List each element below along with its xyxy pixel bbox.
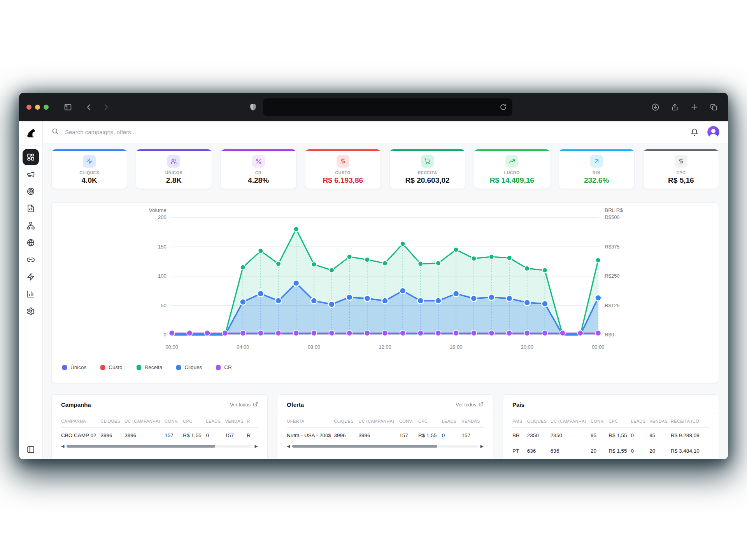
svg-text:08:00: 08:00	[308, 344, 320, 350]
ver-todos-link[interactable]: Ver todos	[230, 402, 258, 408]
svg-text:R$0: R$0	[605, 332, 614, 338]
ver-todos-link[interactable]: Ver todos	[456, 402, 484, 408]
sidebar	[19, 121, 43, 459]
kpi-label: ROI	[593, 170, 600, 175]
bell-icon[interactable]	[690, 128, 699, 136]
sidebar-item-zap[interactable]	[23, 269, 39, 285]
legend-item-receita[interactable]: Receita	[137, 364, 163, 370]
sidebar-item-settings[interactable]	[23, 303, 39, 319]
share-icon[interactable]	[670, 103, 679, 112]
kpi-accent	[474, 149, 549, 151]
legend-label: Cliques	[184, 364, 202, 370]
table-cell: 0	[206, 428, 225, 443]
percent-icon	[252, 155, 265, 168]
shield-icon[interactable]	[249, 103, 258, 112]
performance-chart-card: Volume200150100500BRL R$R$500R$375R$250R…	[51, 202, 719, 383]
column-header: R	[247, 413, 258, 428]
scroll-left-icon[interactable]: ◀	[287, 444, 290, 448]
kpi-accent	[52, 149, 127, 151]
svg-text:100: 100	[158, 273, 167, 279]
collapse-sidebar-icon[interactable]	[19, 445, 42, 454]
chart-legend: ÚnicosCustoReceitaCliquesCR	[62, 364, 719, 370]
minimize-button[interactable]	[35, 105, 40, 110]
dog-logo[interactable]	[19, 121, 42, 146]
scrollbar-track[interactable]	[292, 445, 478, 448]
zoom-button[interactable]	[44, 105, 49, 110]
sidebar-item-sitemap[interactable]	[23, 217, 39, 234]
table-title: Campanha	[61, 401, 91, 408]
svg-text:Volume: Volume	[149, 207, 167, 213]
tables-row: CampanhaVer todosCAMPANHACLIQUESUC (CAMP…	[51, 394, 719, 459]
table-cell: 95	[591, 428, 608, 443]
svg-text:00:00: 00:00	[592, 344, 604, 350]
table-row: Nutra - USA - 200$39963996157R$ 1,550157	[287, 428, 484, 443]
legend-item-cliques[interactable]: Cliques	[176, 364, 202, 370]
svg-text:50: 50	[161, 303, 166, 308]
column-header: UC (CAMPANHA)	[358, 413, 399, 428]
table-title: País	[512, 401, 524, 408]
dollar-icon	[337, 155, 349, 168]
sidebar-item-link[interactable]	[23, 252, 39, 268]
table-cell: 3996	[124, 428, 165, 443]
column-header: UC (CAMPANHA)	[551, 413, 591, 428]
sidebar-item-file-code[interactable]	[23, 200, 39, 217]
kpi-accent	[559, 149, 634, 151]
legend-item-cr[interactable]: CR	[216, 364, 232, 370]
tab-overview-icon[interactable]	[709, 103, 718, 112]
scroll-right-icon[interactable]: ▶	[480, 444, 484, 448]
table-cell: 636	[527, 443, 551, 459]
horizontal-scrollbar[interactable]: ◀▶	[277, 443, 493, 448]
legend-label: Custo	[109, 364, 122, 370]
column-header: PAÍS	[512, 413, 527, 428]
sidebar-item-target[interactable]	[23, 183, 39, 200]
kpi-card-roi: ROI232.6%	[559, 149, 635, 189]
table-row: BR2350235095R$ 1,55095R$ 9.288,09	[512, 428, 709, 443]
download-icon[interactable]	[651, 103, 659, 112]
app-header	[43, 121, 728, 143]
kpi-value: 2.8K	[166, 176, 182, 185]
forward-icon[interactable]	[102, 103, 110, 112]
kpi-label: CR	[255, 170, 261, 175]
sidebar-item-layout-dashboard[interactable]	[23, 149, 39, 165]
kpi-row: CLIQUES4.0KÚNICOS2.8KCR4.28%CUSTOR$ 6.19…	[51, 149, 719, 189]
external-link-icon	[253, 402, 258, 408]
new-tab-icon[interactable]	[690, 103, 698, 112]
column-header: LEADS	[442, 413, 462, 428]
legend-item-custo[interactable]: Custo	[100, 364, 122, 370]
svg-text:16:00: 16:00	[450, 344, 462, 350]
legend-item-únicos[interactable]: Únicos	[62, 364, 86, 370]
column-header: CONV.	[399, 413, 418, 428]
avatar[interactable]	[707, 126, 719, 138]
sidebar-toggle-icon[interactable]	[63, 103, 72, 112]
table-row: PT63663620R$ 1,55020R$ 3.484,10	[512, 443, 709, 459]
scrollbar-track[interactable]	[67, 445, 252, 448]
table-row: CBO CAMP 0239963996157R$ 1,550157R	[61, 428, 258, 443]
scroll-right-icon[interactable]: ▶	[255, 444, 258, 448]
legend-swatch	[216, 365, 221, 370]
reload-icon[interactable]	[499, 103, 508, 112]
scroll-left-icon[interactable]: ◀	[61, 444, 64, 448]
sidebar-item-megaphone[interactable]	[23, 166, 39, 182]
arrow-up-right-icon	[590, 155, 603, 168]
table-cell: 3996	[334, 428, 358, 443]
back-icon[interactable]	[84, 103, 93, 112]
kpi-label: RECEITA	[418, 170, 437, 175]
kpi-label: EPC	[677, 170, 686, 175]
scrollbar-thumb[interactable]	[292, 445, 437, 448]
column-header: OFERTA	[287, 413, 334, 428]
column-header: CLIQUES	[527, 413, 551, 428]
close-button[interactable]	[26, 105, 32, 110]
svg-text:R$375: R$375	[605, 244, 619, 250]
table-cell: 157	[399, 428, 418, 443]
horizontal-scrollbar[interactable]: ◀▶	[52, 443, 267, 448]
url-bar[interactable]	[263, 98, 512, 116]
table-card-oferta: OfertaVer todosOFERTACLIQUESUC (CAMPANHA…	[277, 394, 493, 459]
svg-text:20:00: 20:00	[521, 344, 533, 350]
sidebar-item-globe[interactable]	[23, 234, 39, 251]
sidebar-item-bar-chart[interactable]	[23, 286, 39, 302]
kpi-accent	[305, 149, 381, 151]
users-icon	[167, 155, 180, 168]
scrollbar-thumb[interactable]	[67, 445, 215, 448]
search-input[interactable]	[64, 128, 228, 136]
trending-up-icon	[505, 155, 518, 168]
